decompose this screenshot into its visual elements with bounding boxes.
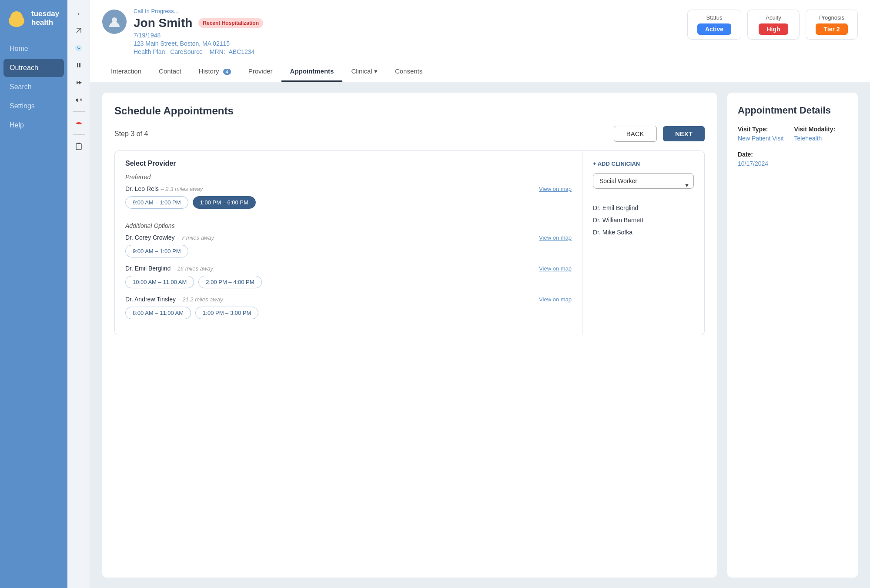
additional-label: Additional Options — [125, 222, 572, 229]
sidebar-nav: Home Outreach Search Settings Help — [0, 40, 67, 134]
provider-name-leo: Dr. Leo Reis — [125, 185, 159, 192]
back-button[interactable]: BACK — [614, 126, 657, 142]
date-label: Date: — [738, 151, 768, 158]
preferred-label: Preferred — [125, 174, 572, 180]
tab-provider[interactable]: Provider — [240, 62, 281, 82]
time-slot-leo-1[interactable]: 9:00 AM – 1:00 PM — [125, 196, 188, 209]
logo: tuesday health — [0, 0, 67, 35]
sidebar-item-help[interactable]: Help — [3, 116, 64, 134]
time-slot-andrew-2[interactable]: 1:00 PM – 3:00 PM — [195, 307, 258, 319]
pause-icon[interactable] — [71, 57, 87, 73]
visit-modality-label: Visit Modality: — [794, 126, 836, 133]
provider-dist-andrew: – 21.2 miles away — [177, 296, 223, 303]
sidebar-item-outreach[interactable]: Outreach — [3, 59, 64, 77]
history-badge: 4 — [223, 69, 231, 75]
svg-point-1 — [10, 11, 23, 23]
prognosis-value: Tier 2 — [816, 23, 847, 35]
phone-hangup-icon[interactable] — [71, 115, 87, 131]
time-slot-emil-1[interactable]: 10:00 AM – 11:00 AM — [125, 276, 194, 288]
time-slot-andrew-1[interactable]: 8:00 AM – 11:00 AM — [125, 307, 191, 319]
provider-name-corey: Dr. Corey Crowley — [125, 234, 175, 241]
view-map-leo[interactable]: View on map — [539, 186, 572, 192]
main-content: Call In Progress... Jon Smith Recent Hos… — [90, 0, 870, 588]
view-map-corey[interactable]: View on map — [539, 234, 572, 241]
logo-text: tuesday health — [31, 10, 59, 27]
expand-icon[interactable]: › — [71, 5, 87, 21]
status-card: Status Active — [687, 10, 741, 40]
provider-name-emil: Dr. Emil Berglind — [125, 265, 171, 272]
tab-contact[interactable]: Contact — [150, 62, 190, 82]
prognosis-label: Prognosis — [816, 14, 848, 21]
acuity-card: Acuity High — [747, 10, 800, 40]
sidebar-item-home[interactable]: Home — [3, 40, 64, 58]
provider-dist-leo: – 2.3 miles away — [161, 186, 203, 192]
schedule-panel: Schedule Appointments Step 3 of 4 BACK N… — [102, 93, 717, 578]
view-map-emil[interactable]: View on map — [539, 265, 572, 272]
patient-avatar — [102, 10, 127, 34]
patient-address: 123 Main Street, Boston, MA 02115 — [134, 40, 680, 47]
tab-clinical[interactable]: Clinical ▾ — [342, 62, 386, 82]
appointment-details-panel: Appointment Details Visit Type: New Pati… — [727, 93, 858, 578]
acuity-value: High — [759, 23, 788, 35]
prognosis-card: Prognosis Tier 2 — [806, 10, 858, 40]
visit-type-label: Visit Type: — [738, 126, 784, 133]
sidebar-item-settings[interactable]: Settings — [3, 97, 64, 115]
forward-icon[interactable] — [71, 75, 87, 90]
svg-point-2 — [75, 45, 82, 51]
clinician-item-0[interactable]: Dr. Emil Berglind — [593, 204, 694, 211]
status-label: Status — [697, 14, 731, 21]
clinician-item-2[interactable]: Dr. Mike Sofka — [593, 229, 694, 236]
mute-icon[interactable] — [71, 92, 87, 108]
icon-divider — [73, 111, 85, 112]
sidebar-item-search[interactable]: Search — [3, 78, 64, 96]
provider-row-leo: Dr. Leo Reis – 2.3 miles away View on ma… — [125, 185, 572, 209]
external-link-icon[interactable] — [71, 23, 87, 38]
tab-consents[interactable]: Consents — [386, 62, 431, 82]
details-row-type-modality: Visit Type: New Patient Visit Visit Moda… — [738, 126, 847, 142]
logo-icon — [6, 8, 27, 29]
details-title: Appointment Details — [738, 105, 847, 116]
next-button[interactable]: NEXT — [663, 126, 705, 141]
svg-rect-4 — [79, 63, 80, 67]
step-label: Step 3 of 4 — [114, 130, 148, 138]
provider-dist-emil: – 16 miles away — [173, 265, 213, 272]
date-value: 10/17/2024 — [738, 160, 768, 167]
visit-modality-value: Telehealth — [794, 135, 822, 142]
svg-rect-7 — [76, 144, 81, 150]
hospitalization-badge: Recent Hospitalization — [198, 18, 263, 28]
step-row: Step 3 of 4 BACK NEXT — [114, 126, 705, 142]
time-slot-emil-2[interactable]: 2:00 PM – 4:00 PM — [198, 276, 261, 288]
clinician-type-select[interactable]: Social Worker Nurse Physician Care Coord… — [593, 173, 694, 189]
svg-rect-3 — [77, 63, 78, 67]
visit-type-field: Visit Type: New Patient Visit — [738, 126, 784, 142]
provider-divider-1 — [125, 216, 572, 216]
clinician-item-1[interactable]: Dr. William Barnett — [593, 217, 694, 224]
patient-name: Jon Smith — [134, 16, 192, 30]
provider-row-corey: Dr. Corey Crowley – 7 miles away View on… — [125, 234, 572, 257]
icon-column: › — [67, 0, 90, 588]
view-map-andrew[interactable]: View on map — [539, 296, 572, 303]
phone-active-icon[interactable] — [71, 40, 87, 56]
provider-right: + ADD CLINICIAN Social Worker Nurse Phys… — [582, 151, 704, 335]
provider-card: Select Provider Preferred Dr. Leo Reis –… — [114, 150, 705, 335]
visit-modality-field: Visit Modality: Telehealth — [794, 126, 836, 142]
patient-dob: 7/19/1948 — [134, 32, 680, 39]
details-row-date: Date: 10/17/2024 — [738, 151, 847, 167]
tab-history[interactable]: History 4 — [190, 62, 240, 82]
health-plan-value: CareSource — [170, 48, 203, 55]
provider-dist-corey: – 7 miles away — [177, 234, 214, 241]
svg-rect-8 — [77, 143, 80, 144]
time-slot-corey-1[interactable]: 9:00 AM – 1:00 PM — [125, 245, 188, 257]
clipboard-icon[interactable] — [71, 138, 87, 154]
call-in-progress: Call In Progress... — [134, 8, 680, 14]
icon-divider-2 — [73, 134, 85, 135]
visit-type-value: New Patient Visit — [738, 135, 784, 142]
time-slot-leo-2[interactable]: 1:00 PM – 6:00 PM — [193, 196, 256, 209]
patient-header: Call In Progress... Jon Smith Recent Hos… — [90, 0, 870, 82]
tab-appointments[interactable]: Appointments — [281, 62, 343, 82]
add-clinician-button[interactable]: + ADD CLINICIAN — [593, 160, 640, 167]
step-buttons: BACK NEXT — [614, 126, 705, 142]
sidebar: tuesday health Home Outreach Search Sett… — [0, 0, 67, 588]
tab-interaction[interactable]: Interaction — [102, 62, 150, 82]
content-area: Schedule Appointments Step 3 of 4 BACK N… — [90, 82, 870, 588]
